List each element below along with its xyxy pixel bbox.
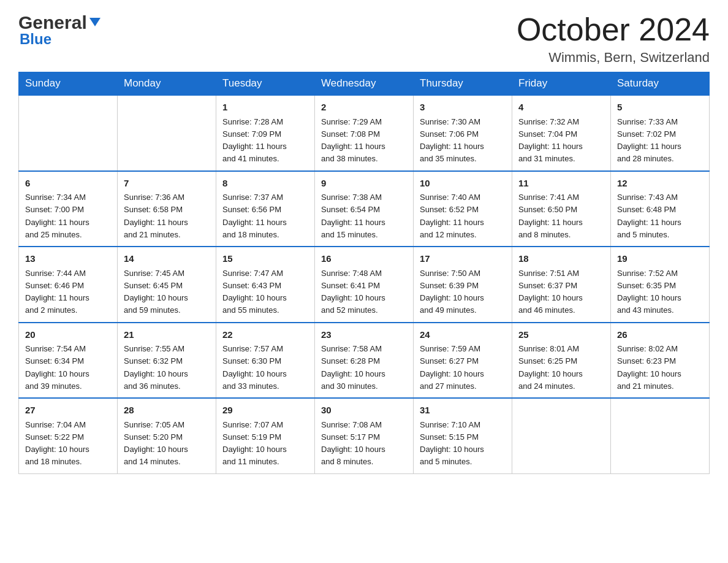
calendar-cell: 7Sunrise: 7:36 AMSunset: 6:58 PMDaylight… — [118, 171, 216, 247]
day-sun-info: Sunrise: 7:41 AMSunset: 6:50 PMDaylight:… — [518, 193, 583, 239]
day-number: 9 — [321, 177, 407, 191]
calendar-cell: 23Sunrise: 7:58 AMSunset: 6:28 PMDayligh… — [315, 323, 414, 399]
day-sun-info: Sunrise: 7:50 AMSunset: 6:39 PMDaylight:… — [420, 269, 484, 315]
day-number: 26 — [617, 328, 703, 342]
day-number: 28 — [124, 404, 210, 418]
day-sun-info: Sunrise: 8:01 AMSunset: 6:25 PMDaylight:… — [518, 344, 583, 391]
calendar-cell — [512, 398, 611, 473]
calendar-cell: 31Sunrise: 7:10 AMSunset: 5:15 PMDayligh… — [414, 398, 512, 473]
day-number: 21 — [124, 328, 210, 342]
day-sun-info: Sunrise: 7:45 AMSunset: 6:45 PMDaylight:… — [124, 269, 188, 315]
day-number: 12 — [617, 177, 703, 191]
day-number: 16 — [321, 252, 407, 266]
calendar-cell: 12Sunrise: 7:43 AMSunset: 6:48 PMDayligh… — [611, 171, 710, 247]
calendar-day-header-friday: Friday — [512, 72, 611, 96]
day-sun-info: Sunrise: 7:04 AMSunset: 5:22 PMDaylight:… — [25, 420, 89, 467]
day-sun-info: Sunrise: 7:40 AMSunset: 6:52 PMDaylight:… — [420, 193, 484, 239]
day-sun-info: Sunrise: 7:08 AMSunset: 5:17 PMDaylight:… — [321, 420, 385, 467]
calendar-cell: 28Sunrise: 7:05 AMSunset: 5:20 PMDayligh… — [118, 398, 216, 473]
day-number: 8 — [222, 177, 308, 191]
calendar-cell: 1Sunrise: 7:28 AMSunset: 7:09 PMDaylight… — [216, 95, 315, 171]
calendar-cell: 21Sunrise: 7:55 AMSunset: 6:32 PMDayligh… — [118, 323, 216, 399]
calendar-day-header-thursday: Thursday — [414, 72, 512, 96]
day-number: 6 — [25, 177, 111, 191]
calendar-cell: 14Sunrise: 7:45 AMSunset: 6:45 PMDayligh… — [118, 247, 216, 323]
calendar-cell: 20Sunrise: 7:54 AMSunset: 6:34 PMDayligh… — [19, 323, 118, 399]
calendar-cell: 18Sunrise: 7:51 AMSunset: 6:37 PMDayligh… — [512, 247, 611, 323]
day-number: 30 — [321, 404, 407, 418]
logo-triangle-icon — [89, 12, 100, 33]
calendar-cell: 2Sunrise: 7:29 AMSunset: 7:08 PMDaylight… — [315, 95, 414, 171]
calendar-cell: 4Sunrise: 7:32 AMSunset: 7:04 PMDaylight… — [512, 95, 611, 171]
day-sun-info: Sunrise: 7:51 AMSunset: 6:37 PMDaylight:… — [518, 269, 583, 315]
calendar-header-row: SundayMondayTuesdayWednesdayThursdayFrid… — [19, 72, 710, 96]
calendar-week-row: 6Sunrise: 7:34 AMSunset: 7:00 PMDaylight… — [19, 171, 710, 247]
calendar-cell: 11Sunrise: 7:41 AMSunset: 6:50 PMDayligh… — [512, 171, 611, 247]
day-sun-info: Sunrise: 7:32 AMSunset: 7:04 PMDaylight:… — [518, 117, 583, 164]
day-number: 23 — [321, 328, 407, 342]
calendar-day-header-monday: Monday — [118, 72, 216, 96]
day-number: 11 — [518, 177, 604, 191]
day-sun-info: Sunrise: 7:10 AMSunset: 5:15 PMDaylight:… — [420, 420, 484, 467]
day-number: 29 — [222, 404, 308, 418]
day-sun-info: Sunrise: 7:47 AMSunset: 6:43 PMDaylight:… — [222, 269, 287, 315]
logo-blue-text: Blue — [20, 31, 100, 48]
calendar-day-header-saturday: Saturday — [611, 72, 710, 96]
calendar-cell — [611, 398, 710, 473]
calendar-cell: 13Sunrise: 7:44 AMSunset: 6:46 PMDayligh… — [19, 247, 118, 323]
calendar-day-header-tuesday: Tuesday — [216, 72, 315, 96]
day-number: 31 — [420, 404, 506, 418]
day-sun-info: Sunrise: 7:55 AMSunset: 6:32 PMDaylight:… — [124, 344, 188, 391]
day-sun-info: Sunrise: 7:28 AMSunset: 7:09 PMDaylight:… — [222, 117, 287, 164]
day-sun-info: Sunrise: 8:02 AMSunset: 6:23 PMDaylight:… — [617, 344, 681, 391]
page-header: General Blue October 2024 Wimmis, Bern, … — [18, 12, 710, 66]
calendar-cell: 6Sunrise: 7:34 AMSunset: 7:00 PMDaylight… — [19, 171, 118, 247]
calendar-week-row: 1Sunrise: 7:28 AMSunset: 7:09 PMDaylight… — [19, 95, 710, 171]
day-sun-info: Sunrise: 7:33 AMSunset: 7:02 PMDaylight:… — [617, 117, 681, 164]
calendar-cell: 27Sunrise: 7:04 AMSunset: 5:22 PMDayligh… — [19, 398, 118, 473]
day-number: 4 — [518, 101, 604, 115]
day-number: 7 — [124, 177, 210, 191]
day-sun-info: Sunrise: 7:43 AMSunset: 6:48 PMDaylight:… — [617, 193, 681, 239]
day-sun-info: Sunrise: 7:34 AMSunset: 7:00 PMDaylight:… — [25, 193, 89, 239]
location-subtitle: Wimmis, Bern, Switzerland — [517, 50, 710, 66]
calendar-cell: 24Sunrise: 7:59 AMSunset: 6:27 PMDayligh… — [414, 323, 512, 399]
day-number: 2 — [321, 101, 407, 115]
calendar-day-header-wednesday: Wednesday — [315, 72, 414, 96]
day-sun-info: Sunrise: 7:48 AMSunset: 6:41 PMDaylight:… — [321, 269, 385, 315]
day-number: 10 — [420, 177, 506, 191]
calendar-cell: 26Sunrise: 8:02 AMSunset: 6:23 PMDayligh… — [611, 323, 710, 399]
day-number: 5 — [617, 101, 703, 115]
day-number: 3 — [420, 101, 506, 115]
day-number: 15 — [222, 252, 308, 266]
calendar-cell — [19, 95, 118, 171]
day-sun-info: Sunrise: 7:59 AMSunset: 6:27 PMDaylight:… — [420, 344, 484, 391]
calendar-cell: 3Sunrise: 7:30 AMSunset: 7:06 PMDaylight… — [414, 95, 512, 171]
calendar-cell: 22Sunrise: 7:57 AMSunset: 6:30 PMDayligh… — [216, 323, 315, 399]
calendar-cell: 30Sunrise: 7:08 AMSunset: 5:17 PMDayligh… — [315, 398, 414, 473]
calendar-cell — [118, 95, 216, 171]
svg-marker-0 — [89, 18, 100, 26]
day-sun-info: Sunrise: 7:57 AMSunset: 6:30 PMDaylight:… — [222, 344, 287, 391]
calendar-cell: 9Sunrise: 7:38 AMSunset: 6:54 PMDaylight… — [315, 171, 414, 247]
day-number: 1 — [222, 101, 308, 115]
day-sun-info: Sunrise: 7:58 AMSunset: 6:28 PMDaylight:… — [321, 344, 385, 391]
calendar-cell: 8Sunrise: 7:37 AMSunset: 6:56 PMDaylight… — [216, 171, 315, 247]
calendar-cell: 5Sunrise: 7:33 AMSunset: 7:02 PMDaylight… — [611, 95, 710, 171]
day-sun-info: Sunrise: 7:07 AMSunset: 5:19 PMDaylight:… — [222, 420, 287, 467]
day-number: 14 — [124, 252, 210, 266]
day-number: 19 — [617, 252, 703, 266]
day-sun-info: Sunrise: 7:38 AMSunset: 6:54 PMDaylight:… — [321, 193, 385, 239]
day-sun-info: Sunrise: 7:44 AMSunset: 6:46 PMDaylight:… — [25, 269, 89, 315]
day-number: 22 — [222, 328, 308, 342]
calendar-week-row: 27Sunrise: 7:04 AMSunset: 5:22 PMDayligh… — [19, 398, 710, 473]
day-number: 25 — [518, 328, 604, 342]
day-sun-info: Sunrise: 7:29 AMSunset: 7:08 PMDaylight:… — [321, 117, 385, 164]
calendar-cell: 10Sunrise: 7:40 AMSunset: 6:52 PMDayligh… — [414, 171, 512, 247]
logo: General Blue — [18, 12, 100, 48]
calendar-week-row: 20Sunrise: 7:54 AMSunset: 6:34 PMDayligh… — [19, 323, 710, 399]
day-sun-info: Sunrise: 7:52 AMSunset: 6:35 PMDaylight:… — [617, 269, 681, 315]
day-number: 24 — [420, 328, 506, 342]
logo-row1: General — [18, 12, 100, 33]
day-number: 20 — [25, 328, 111, 342]
